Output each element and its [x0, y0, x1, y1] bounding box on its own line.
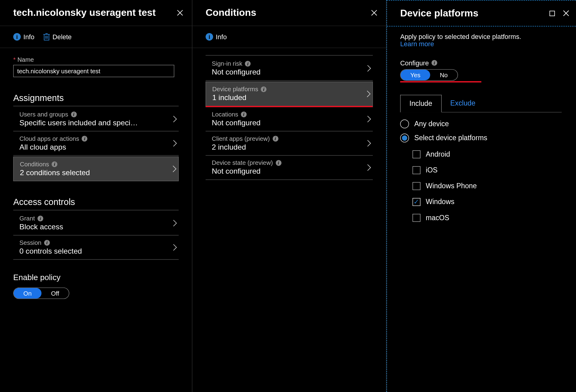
nav-grant[interactable]: Granti Block access [13, 211, 179, 236]
chevron-right-icon [173, 140, 177, 147]
nav-device-state[interactable]: Device state (preview)i Not configured [206, 156, 373, 180]
info-label: Info [216, 33, 227, 41]
checkbox-icon [413, 182, 421, 190]
chevron-right-icon [367, 116, 371, 123]
nav-value: Not configured [212, 68, 260, 77]
nav-cloud-apps[interactable]: Cloud apps or actionsi All cloud apps [13, 131, 179, 156]
radio-any-device[interactable]: Any device [400, 120, 565, 128]
panel3-header: Device platforms [387, 0, 576, 26]
nav-locations[interactable]: Locationsi Not configured [206, 107, 373, 131]
platform-checklist: Android iOS Windows Phone ✓ Windows [413, 150, 565, 222]
device-platforms-panel: Device platforms Apply policy to selecte… [386, 0, 576, 392]
checkbox-icon [413, 214, 421, 222]
delete-label: Delete [53, 33, 72, 41]
info-icon: i [276, 160, 281, 166]
nav-value: Not configured [212, 119, 260, 127]
configure-no[interactable]: No [430, 70, 458, 80]
trash-icon [43, 33, 50, 41]
info-icon: i [37, 215, 43, 221]
checkbox-icon: ✓ [413, 198, 421, 206]
nav-label: Locations [212, 111, 238, 118]
info-button[interactable]: i Info [13, 33, 35, 41]
nav-session[interactable]: Sessioni 0 controls selected [13, 235, 179, 260]
policy-panel: tech.nicolonsky useragent test i Info De… [0, 0, 192, 392]
info-icon: i [82, 136, 88, 141]
checkbox-label: macOS [426, 214, 449, 222]
close-icon[interactable] [371, 10, 377, 16]
info-icon: i [44, 240, 50, 245]
info-icon: i [13, 33, 21, 41]
chevron-right-icon [173, 220, 177, 227]
maximize-icon[interactable] [549, 10, 555, 16]
checkbox-android[interactable]: Android [413, 150, 565, 158]
info-icon: i [241, 111, 247, 117]
nav-client-apps[interactable]: Client apps (preview)i 2 included [206, 131, 373, 156]
enable-on[interactable]: On [14, 288, 41, 299]
configure-toggle[interactable]: Yes No [400, 69, 458, 81]
radio-label: Any device [414, 120, 449, 128]
checkbox-label: iOS [426, 166, 438, 174]
info-button[interactable]: i Info [206, 33, 227, 41]
tab-exclude[interactable]: Exclude [442, 95, 484, 112]
chevron-right-icon [367, 140, 371, 147]
nav-device-platforms[interactable]: Device platformsi 1 included [206, 82, 373, 107]
include-exclude-tabs: Include Exclude [400, 95, 562, 113]
delete-button[interactable]: Delete [43, 33, 72, 41]
required-asterisk: * [13, 56, 16, 63]
chevron-right-icon [367, 90, 371, 97]
description-text: Apply policy to selected device platform… [400, 33, 565, 40]
radio-icon [400, 120, 409, 128]
radio-select-platforms[interactable]: Select device platforms [400, 134, 565, 142]
name-input[interactable] [13, 65, 174, 77]
close-icon[interactable] [563, 10, 569, 16]
access-controls-title: Access controls [13, 197, 179, 207]
nav-users-groups[interactable]: Users and groupsi Specific users include… [13, 107, 179, 131]
checkbox-label: Windows Phone [426, 182, 477, 190]
tab-include[interactable]: Include [400, 95, 442, 113]
chevron-right-icon [367, 164, 371, 171]
nav-label: Device state (preview) [212, 159, 273, 166]
nav-conditions[interactable]: Conditionsi 2 conditions selected [13, 157, 179, 181]
info-icon: i [272, 136, 278, 141]
assignments-title: Assignments [13, 93, 179, 103]
nav-value: All cloud apps [19, 143, 88, 152]
nav-label: Grant [19, 215, 35, 222]
nav-label: Session [19, 239, 41, 246]
enable-policy-title: Enable policy [13, 273, 179, 282]
radio-icon [400, 134, 409, 142]
learn-more-link[interactable]: Learn more [400, 40, 565, 48]
checkbox-ios[interactable]: iOS [413, 166, 565, 174]
close-icon[interactable] [177, 10, 183, 16]
nav-label: Client apps (preview) [212, 135, 270, 142]
nav-value: 2 included [212, 143, 278, 152]
nav-signin-risk[interactable]: Sign-in riski Not configured [206, 57, 373, 81]
nav-value: 2 conditions selected [20, 168, 90, 177]
nav-label: Conditions [20, 161, 49, 168]
info-icon: i [71, 111, 77, 117]
nav-label: Sign-in risk [212, 60, 242, 67]
info-label: Info [23, 33, 34, 41]
enable-policy-toggle[interactable]: On Off [13, 287, 69, 299]
panel1-toolbar: i Info Delete [0, 26, 192, 48]
chevron-right-icon [367, 65, 371, 72]
nav-value: 1 included [212, 93, 267, 102]
enable-off[interactable]: Off [41, 288, 69, 299]
configure-yes[interactable]: Yes [401, 70, 430, 80]
nav-value: Specific users included and speci… [19, 119, 138, 127]
divider [13, 210, 179, 210]
panel2-header: Conditions [192, 0, 386, 26]
info-icon: i [431, 60, 437, 66]
nav-value: 0 controls selected [19, 247, 82, 256]
checkbox-label: Windows [426, 198, 454, 206]
nav-value: Not configured [212, 167, 281, 176]
chevron-right-icon [173, 165, 176, 172]
checkbox-windows[interactable]: ✓ Windows [413, 198, 565, 206]
info-icon: i [52, 161, 58, 167]
checkbox-macos[interactable]: macOS [413, 214, 565, 222]
checkbox-icon [413, 166, 421, 174]
info-icon: i [261, 86, 267, 92]
chevron-right-icon [173, 116, 177, 123]
checkbox-icon [413, 150, 421, 158]
panel2-toolbar: i Info [192, 26, 386, 48]
checkbox-windows-phone[interactable]: Windows Phone [413, 182, 565, 190]
